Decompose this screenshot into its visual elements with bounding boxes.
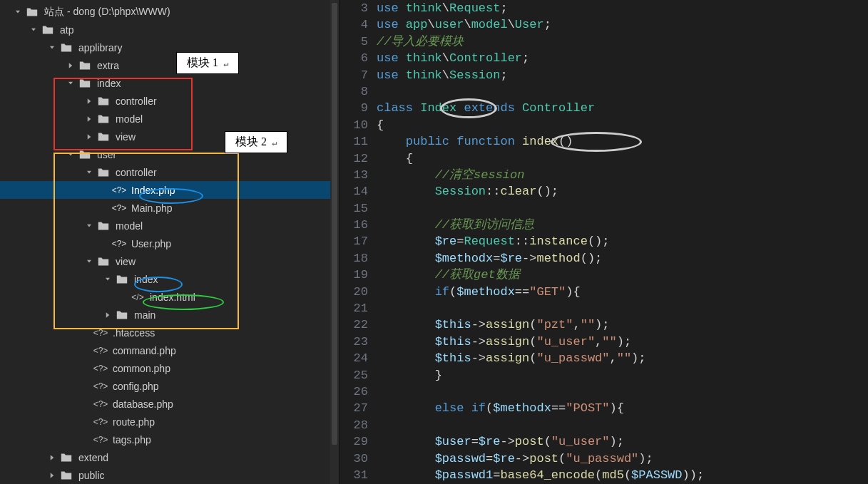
folder-icon — [41, 24, 54, 36]
code-editor[interactable]: 3456789101112131415161718192021222324252… — [339, 0, 868, 484]
folder-icon — [60, 469, 73, 482]
chevron-right-icon — [84, 96, 94, 106]
tree-file-route-php[interactable]: <?> route.php — [0, 413, 339, 431]
tree-folder-atp[interactable]: atp — [0, 21, 339, 38]
tree-file-tags-php[interactable]: <?> tags.php — [0, 431, 339, 448]
chevron-down-icon — [29, 25, 39, 35]
code-content[interactable]: use think\Request;use app\user\model\Use… — [377, 0, 868, 484]
chevron-right-icon — [103, 310, 113, 320]
tree-file-config-php[interactable]: <?> config.php — [0, 377, 339, 395]
chevron-right-icon — [47, 453, 57, 463]
folder-icon — [97, 255, 110, 268]
chevron-down-icon — [84, 221, 94, 231]
chevron-down-icon — [66, 150, 76, 160]
tree-folder-user-view[interactable]: view — [0, 252, 339, 270]
annotation-module1-label: 模块 1 ↵ — [176, 52, 239, 74]
tree-folder-index-view[interactable]: view — [0, 128, 339, 145]
sidebar-scrollbar[interactable] — [330, 0, 339, 484]
tree-root-label: 站点 - dong (D:\phpx\WWW) — [44, 6, 170, 19]
tree-folder-user-model[interactable]: model — [0, 217, 339, 235]
tree-file-user-php[interactable]: <?> User.php — [0, 235, 339, 252]
line-number-gutter: 3456789101112131415161718192021222324252… — [339, 0, 377, 484]
html-file-icon: </> — [131, 291, 144, 304]
chevron-right-icon — [84, 132, 94, 142]
php-file-icon: <?> — [113, 237, 126, 250]
php-file-icon: <?> — [94, 344, 107, 357]
folder-icon — [60, 451, 73, 464]
tree-root[interactable]: 站点 - dong (D:\phpx\WWW) — [0, 3, 339, 21]
tree-folder-public[interactable]: public — [0, 466, 339, 484]
folder-icon — [97, 130, 110, 143]
tree-folder-view-index[interactable]: index — [0, 270, 339, 288]
chevron-down-icon — [84, 257, 94, 267]
tree-folder-user[interactable]: user — [0, 145, 339, 163]
folder-icon — [26, 6, 39, 19]
tree-folder-view-main[interactable]: main — [0, 306, 339, 324]
chevron-down-icon — [103, 274, 113, 284]
tree-file-database-php[interactable]: <?> database.php — [0, 395, 339, 413]
tree-file-main-php[interactable]: <?> Main.php — [0, 199, 339, 217]
php-file-icon: <?> — [94, 362, 107, 375]
tree-folder-index[interactable]: index — [0, 74, 339, 92]
chevron-down-icon — [84, 168, 94, 177]
php-file-icon: <?> — [113, 184, 126, 197]
chevron-down-icon — [13, 7, 23, 17]
php-file-icon: <?> — [113, 202, 126, 215]
folder-icon — [78, 148, 91, 161]
tree-folder-extend[interactable]: extend — [0, 448, 339, 466]
php-file-icon: <?> — [94, 416, 107, 428]
folder-icon — [116, 309, 128, 321]
tree-file-index-php[interactable]: <?> Index.php — [0, 181, 339, 199]
folder-icon — [97, 220, 110, 232]
chevron-down-icon — [47, 43, 57, 53]
php-file-icon: <?> — [94, 433, 107, 446]
folder-icon — [116, 273, 128, 286]
folder-icon — [97, 95, 110, 108]
folder-icon — [78, 59, 91, 72]
tree-folder-user-controller[interactable]: controller — [0, 163, 339, 181]
folder-icon — [97, 113, 110, 125]
annotation-module2-label: 模块 2 ↵ — [225, 131, 287, 153]
chevron-right-icon — [66, 61, 76, 71]
folder-icon — [78, 77, 91, 90]
php-file-icon: <?> — [94, 380, 107, 393]
tree-folder-extra[interactable]: extra — [0, 56, 339, 74]
tree-folder-index-model[interactable]: model — [0, 110, 339, 128]
chevron-down-icon — [66, 78, 76, 88]
php-file-icon: <?> — [94, 398, 107, 411]
tree-file-common-php[interactable]: <?> common.php — [0, 359, 339, 377]
tree-file-command-php[interactable]: <?> command.php — [0, 341, 339, 359]
tree-file-htaccess[interactable]: <?> .htaccess — [0, 324, 339, 341]
chevron-right-icon — [47, 470, 57, 480]
file-explorer-sidebar[interactable]: 站点 - dong (D:\phpx\WWW) atp applibrary e… — [0, 0, 339, 484]
tree-file-index-html[interactable]: </> index.html — [0, 288, 339, 306]
folder-icon — [97, 166, 110, 179]
php-file-icon: <?> — [94, 326, 107, 339]
tree-folder-index-controller[interactable]: controller — [0, 92, 339, 110]
folder-icon — [60, 41, 73, 54]
chevron-right-icon — [84, 114, 94, 124]
tree-folder-applibrary[interactable]: applibrary — [0, 38, 339, 56]
